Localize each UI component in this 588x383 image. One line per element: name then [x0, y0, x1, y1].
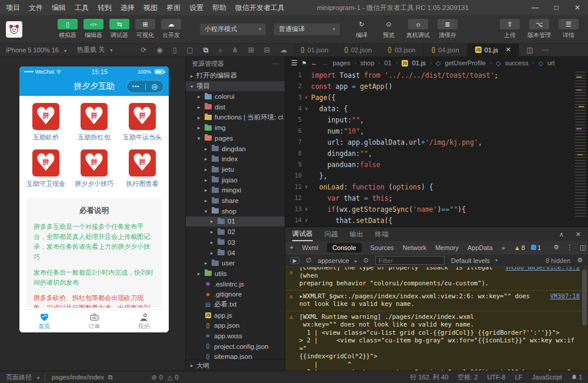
- tab-02-json[interactable]: {}02.json: [336, 44, 380, 56]
- inspect-icon[interactable]: ⌖: [290, 244, 293, 251]
- frame-selector-icon[interactable]: ▶: [290, 257, 299, 264]
- tab-04-json[interactable]: {}04.json: [424, 44, 467, 56]
- current-page-path[interactable]: pages/index/index: [52, 374, 104, 381]
- devtab-memory[interactable]: Memory: [435, 244, 459, 251]
- grid-item-hongbao[interactable]: ♥拼 互助拆红包: [70, 103, 118, 142]
- tree-item-eslintrc[interactable]: ◉.eslintrc.js: [186, 279, 285, 289]
- kebab-menu-icon[interactable]: ⋮: [566, 244, 573, 251]
- code-area[interactable]: 1import Toast from '../../../dist/toast/…: [285, 69, 588, 226]
- panel-tab-terminal[interactable]: 终端: [375, 230, 389, 239]
- maximize-icon[interactable]: □: [546, 0, 567, 15]
- layout-split-icon[interactable]: ⊟: [264, 46, 270, 54]
- compile-button[interactable]: ↻ 编译: [348, 19, 375, 39]
- menu-goto[interactable]: 转到: [98, 3, 112, 13]
- tree-item-pages[interactable]: ▾pages: [186, 133, 285, 144]
- grid-item-niuyun[interactable]: ♥拼 互助牛运当头: [118, 103, 166, 142]
- tree-item-01[interactable]: ▸01: [186, 217, 285, 227]
- user-avatar[interactable]: [6, 21, 22, 38]
- tree-item-img[interactable]: ▸img: [186, 122, 285, 133]
- tree-item-02[interactable]: ▸02: [186, 227, 285, 237]
- panel-tab-problems[interactable]: 问题: [325, 230, 338, 239]
- tree-item-mingxi[interactable]: ▸mingxi: [186, 185, 285, 196]
- cloud-dev-button[interactable]: ☁ 云开发: [159, 19, 183, 39]
- simulator-button[interactable]: ▯ 模拟器: [55, 19, 80, 39]
- devtab-sources[interactable]: Sources: [370, 244, 394, 251]
- menu-select[interactable]: 选择: [121, 3, 135, 13]
- tree-item-sitemap[interactable]: {}sitemap.json: [186, 352, 285, 359]
- version-control-button[interactable]: ⌥ 版本管理: [523, 19, 555, 39]
- tree-item-share[interactable]: ▸share: [186, 195, 285, 206]
- remote-debug-button[interactable]: ☼ 真机调试: [402, 19, 434, 39]
- indent-label[interactable]: 空格: 2: [457, 373, 477, 382]
- layout-grid-icon[interactable]: ⊞: [248, 46, 254, 54]
- tree-item-app-json[interactable]: {}app.json: [186, 321, 285, 331]
- cursor-position-label[interactable]: 行 162, 列 40: [410, 373, 448, 382]
- tree-item-bikan-txt[interactable]: ▤必看.txt: [186, 299, 285, 310]
- tab-01-js[interactable]: JS01.js✕: [467, 44, 519, 56]
- more-icon[interactable]: ⋯: [542, 46, 549, 54]
- menu-edit[interactable]: 编辑: [52, 3, 66, 13]
- tree-item-app-wxss[interactable]: ≋app.wxss: [186, 331, 285, 341]
- compile-mode-select[interactable]: 普通编译 ▾: [274, 24, 340, 35]
- refresh-icon[interactable]: ⟳: [141, 46, 146, 54]
- eye-icon[interactable]: ⊙: [363, 257, 369, 264]
- details-button[interactable]: ☰ 详情: [555, 19, 582, 39]
- menu-settings[interactable]: 设置: [189, 3, 203, 13]
- mode-select[interactable]: 小程序模式 ▾: [200, 24, 266, 35]
- console-filter-input[interactable]: [375, 256, 445, 265]
- devtab-console[interactable]: Console: [327, 243, 361, 252]
- copy-icon[interactable]: ⧉: [108, 374, 113, 381]
- outline-section[interactable]: ▸大纲: [186, 359, 285, 371]
- hot-reload-selector[interactable]: 热重载 关 ▾: [77, 45, 112, 54]
- minimize-icon[interactable]: —: [524, 0, 546, 15]
- tree-item-jietu[interactable]: ▸jietu: [186, 164, 285, 175]
- monitor-icon[interactable]: ▢: [186, 46, 193, 54]
- issue-count-badge[interactable]: 1: [531, 244, 541, 251]
- tree-item-user[interactable]: ▸user: [186, 258, 285, 268]
- menu-help[interactable]: 帮助: [212, 3, 226, 13]
- grid-item-kanjia[interactable]: ♥拼 互助砍价: [22, 103, 70, 142]
- tabbar-profile[interactable]: 我的: [119, 309, 169, 332]
- tree-item-functions[interactable]: ▸functions | 当前环境: cl...: [186, 112, 285, 123]
- panel-tab-output[interactable]: 输出: [350, 230, 363, 239]
- search-icon[interactable]: ⌕: [218, 46, 222, 54]
- console-log-area[interactable]: ⚠ VM360 WAService.js:2 [Component] the t…: [285, 267, 588, 371]
- record-icon[interactable]: ◉: [156, 46, 162, 54]
- tree-item-utils[interactable]: ▸utils: [186, 268, 285, 279]
- tree-section-project[interactable]: ▾项目: [186, 81, 285, 92]
- files-icon[interactable]: ⧉: [203, 46, 209, 54]
- dock-icon[interactable]: ◫: [580, 244, 586, 251]
- more-icon[interactable]: ⋯: [272, 60, 279, 68]
- device-selector[interactable]: iPhone 5 100% 16 ▾: [0, 46, 66, 54]
- devtab-wxml[interactable]: Wxml: [302, 244, 319, 251]
- close-icon[interactable]: ✕: [567, 0, 588, 15]
- breadcrumb-pages[interactable]: pages: [333, 59, 350, 66]
- context-select[interactable]: appservice ▾: [318, 257, 357, 264]
- grid-item-jiqiao[interactable]: ♥拼 拼夕夕小技巧: [70, 149, 118, 188]
- visualize-button[interactable]: ⊞ 可视化: [133, 19, 158, 39]
- language-label[interactable]: JavaScript: [532, 374, 562, 381]
- menu-devtools[interactable]: 微信开发者工具: [235, 3, 285, 13]
- close-circle-icon[interactable]: ◎: [146, 82, 164, 91]
- fork-icon[interactable]: ⋔: [232, 46, 238, 54]
- cloud-icon[interactable]: ☁: [280, 46, 287, 54]
- scrollbar[interactable]: [582, 269, 587, 325]
- menu-interface[interactable]: 界面: [166, 3, 181, 13]
- more-icon[interactable]: •••: [127, 84, 145, 89]
- minimap[interactable]: [575, 72, 586, 219]
- breadcrumb-01[interactable]: 01: [385, 59, 392, 66]
- close-icon[interactable]: ✕: [506, 46, 511, 54]
- notifications-indicator[interactable]: 1: [572, 374, 582, 381]
- menu-project[interactable]: 项目: [6, 3, 20, 13]
- editor-button[interactable]: </> 编辑器: [81, 19, 106, 39]
- tree-item-03[interactable]: ▸03: [186, 237, 285, 248]
- tree-item-app-js[interactable]: JSapp.js: [186, 310, 285, 321]
- panel-tab-debugger[interactable]: 调试器: [292, 227, 313, 241]
- eol-label[interactable]: LF: [515, 374, 523, 381]
- encoding-label[interactable]: UTF-8: [487, 374, 506, 381]
- tree-item-shop[interactable]: ▾shop: [186, 206, 285, 217]
- tree-item-04[interactable]: ▸04: [186, 248, 285, 258]
- grid-item-zhixingtu[interactable]: ♥拼 执行图查看: [118, 149, 166, 188]
- tree-section-open-editors[interactable]: ▸打开的编辑器: [186, 71, 285, 81]
- source-link[interactable]: VM307:18: [550, 292, 580, 301]
